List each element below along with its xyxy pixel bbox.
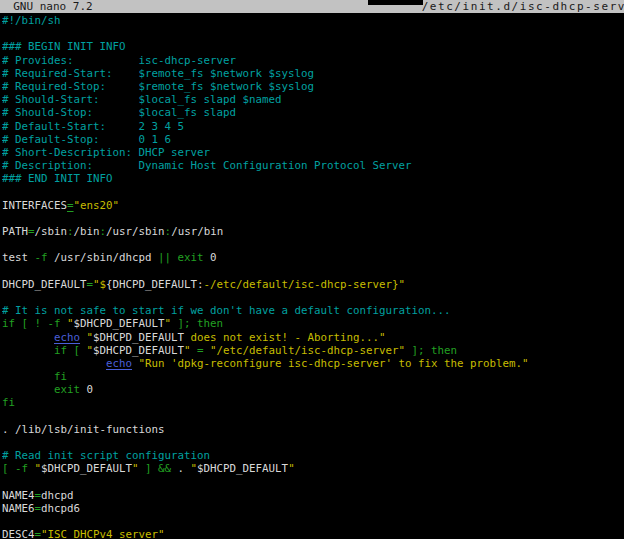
code-segment: # Short-Description: DHCP server [2, 146, 210, 159]
code-line[interactable]: # Description: Dynamic Host Configuratio… [2, 159, 624, 172]
code-segment: # It is not safe to start if we don't ha… [2, 304, 451, 317]
code-line[interactable] [2, 238, 624, 251]
code-line[interactable]: NAME4=dhcpd [2, 489, 624, 502]
code-segment: /usr/sbin [106, 225, 165, 238]
code-line[interactable]: # Default-Stop: 0 1 6 [2, 133, 624, 146]
code-line[interactable]: if [ ! -f "$DHCPD_DEFAULT" ]; then [2, 317, 624, 330]
code-line[interactable]: [ -f "$DHCPD_DEFAULT" ] && . "$DHCPD_DEF… [2, 462, 624, 475]
code-segment: " [288, 462, 295, 475]
code-segment [2, 331, 54, 344]
code-line[interactable] [2, 436, 624, 449]
code-segment [2, 357, 106, 370]
code-segment: dhcpd [41, 489, 74, 502]
code-segment: . /lib/lsb/init-functions [2, 423, 165, 436]
code-segment: ### BEGIN INIT INFO [2, 40, 126, 53]
code-line[interactable]: DESC4="ISC DHCPv4 server" [2, 528, 624, 539]
code-segment: echo [106, 357, 132, 370]
code-segment: "/etc/default/isc-dhcp-server" [210, 344, 405, 357]
code-segment [2, 370, 54, 383]
code-line[interactable]: # Should-Stop: $local_fs slapd [2, 106, 624, 119]
code-segment: #!/bin/sh [2, 14, 61, 27]
code-line[interactable]: #!/bin/sh [2, 14, 624, 27]
code-segment: # Default-Start: 2 3 4 5 [2, 120, 184, 133]
code-line[interactable] [2, 410, 624, 423]
code-segment: dhcpd6 [41, 502, 80, 515]
editor-area[interactable]: #!/bin/sh### BEGIN INIT INFO# Provides: … [2, 14, 624, 539]
code-segment: "ISC DHCPv4 server" [41, 528, 165, 539]
code-segment: # Provides: isc-dhcp-server [2, 54, 236, 67]
code-line[interactable]: # Required-Start: $remote_fs $network $s… [2, 67, 624, 80]
screen-artifact [368, 0, 423, 5]
code-segment: # Required-Stop: $remote_fs $network $sy… [2, 80, 314, 93]
code-line[interactable]: echo "Run 'dpkg-reconfigure isc-dhcp-ser… [2, 357, 624, 370]
code-segment: DHCPD_DEFAULT [2, 278, 87, 291]
code-line[interactable]: NAME6=dhcpd6 [2, 502, 624, 515]
code-segment: {DHCPD_DEFAULT: [106, 278, 204, 291]
code-segment: $DHCPD_DEFAULT [41, 462, 132, 475]
code-line[interactable]: . /lib/lsb/init-functions [2, 423, 624, 436]
nano-titlebar: GNU nano 7.2 /etc/init.d/isc-dhcp-serv [0, 0, 624, 13]
code-segment: [ -f [2, 462, 35, 475]
code-segment: INTERFACES [2, 199, 67, 212]
code-segment: # Read init script configuration [2, 449, 210, 462]
code-line[interactable]: ### BEGIN INIT INFO [2, 40, 624, 53]
code-segment: /bin [74, 225, 100, 238]
code-line[interactable]: fi [2, 396, 624, 409]
code-segment [2, 344, 54, 357]
code-line[interactable]: DHCPD_DEFAULT="${DHCPD_DEFAULT:-/etc/def… [2, 278, 624, 291]
code-segment: echo [54, 331, 80, 344]
code-segment: test [2, 251, 35, 264]
terminal-screen: { "app": { "titlebar_left": " GNU nano 7… [0, 0, 624, 539]
code-segment: if [ ! -f [2, 317, 67, 330]
file-path-label: /etc/init.d/isc-dhcp-serv [422, 0, 624, 13]
code-segment: ]; then [171, 317, 223, 330]
code-segment: does not exist! - Aborting..." [184, 331, 386, 344]
code-line[interactable]: echo "$DHCPD_DEFAULT does not exist! - A… [2, 331, 624, 344]
code-line[interactable]: # Short-Description: DHCP server [2, 146, 624, 159]
code-segment: fi [54, 370, 67, 383]
code-segment: $DHCPD_DEFAULT [197, 462, 288, 475]
code-line[interactable]: exit 0 [2, 383, 624, 396]
code-line[interactable]: fi [2, 370, 624, 383]
code-segment: "Run 'dpkg-reconfigure isc-dhcp-server' … [139, 357, 529, 370]
code-segment: NAME6 [2, 502, 35, 515]
code-line[interactable]: ### END INIT INFO [2, 172, 624, 185]
code-segment: PATH [2, 225, 28, 238]
code-line[interactable]: # Provides: isc-dhcp-server [2, 54, 624, 67]
code-line[interactable]: PATH=/sbin:/bin:/usr/sbin:/usr/bin [2, 225, 624, 238]
code-segment: $DHCPD_DEFAULT [93, 331, 184, 344]
code-line[interactable] [2, 291, 624, 304]
code-segment: . [178, 462, 191, 475]
code-line[interactable] [2, 476, 624, 489]
code-line[interactable]: INTERFACES="ens20" [2, 199, 624, 212]
code-line[interactable]: # It is not safe to start if we don't ha… [2, 304, 624, 317]
code-segment: || exit [158, 251, 204, 264]
code-line[interactable]: if [ "$DHCPD_DEFAULT" = "/etc/default/is… [2, 344, 624, 357]
code-line[interactable]: # Required-Stop: $remote_fs $network $sy… [2, 80, 624, 93]
code-segment [2, 383, 54, 396]
code-segment: 0 [80, 383, 93, 396]
code-line[interactable] [2, 212, 624, 225]
code-line[interactable]: test -f /usr/sbin/dhcpd || exit 0 [2, 251, 624, 264]
code-segment: /usr/sbin/dhcpd [48, 251, 159, 264]
code-segment: exit [54, 383, 80, 396]
code-line[interactable] [2, 265, 624, 278]
code-segment: ]; then [405, 344, 457, 357]
code-line[interactable]: # Read init script configuration [2, 449, 624, 462]
code-line[interactable] [2, 27, 624, 40]
code-segment: ### END INIT INFO [2, 172, 113, 185]
code-segment: "ens20" [74, 199, 120, 212]
code-segment: $DHCPD_DEFAULT [93, 344, 184, 357]
code-segment: DESC4 [2, 528, 35, 539]
code-segment: # Description: Dynamic Host Configuratio… [2, 159, 412, 172]
code-segment: if [ [54, 344, 87, 357]
code-line[interactable]: # Default-Start: 2 3 4 5 [2, 120, 624, 133]
code-segment: # Should-Stop: $local_fs slapd [2, 106, 236, 119]
code-line[interactable] [2, 185, 624, 198]
code-segment: fi [2, 396, 15, 409]
code-segment: /usr/bin [171, 225, 223, 238]
code-line[interactable]: # Should-Start: $local_fs slapd $named [2, 93, 624, 106]
code-line[interactable] [2, 515, 624, 528]
code-segment: = [191, 344, 211, 357]
code-segment: "$ [93, 278, 106, 291]
